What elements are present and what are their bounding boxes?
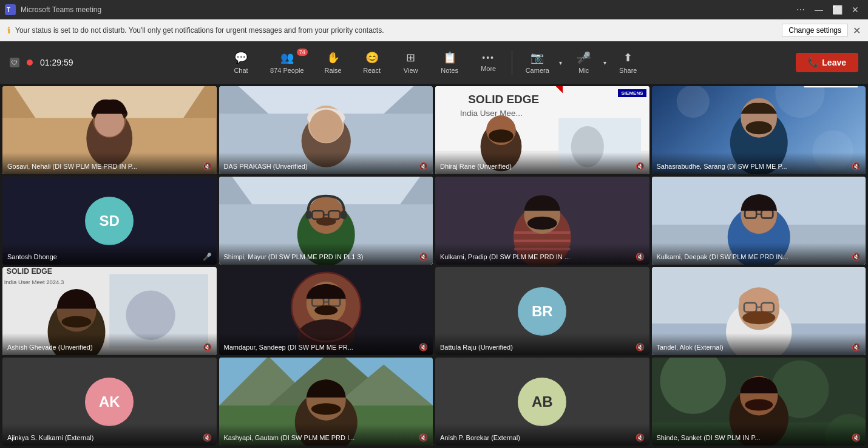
video-tile-p4[interactable]: SIEMENS Sahasrabudhe, Sarang (DI SW PLM …	[652, 86, 866, 174]
p2-label: DAS PRAKASH (Unverified) 🔇	[219, 152, 433, 174]
p7-mic-icon: 🔇	[636, 253, 645, 261]
svg-point-53	[316, 217, 336, 226]
phone-icon: 📞	[808, 58, 818, 67]
video-tile-p12[interactable]: Tandel, Alok (External) 🔇	[652, 267, 866, 355]
video-tile-p7[interactable]: Kulkarni, Pradip (DI SW PLM ME PRD IN ..…	[435, 177, 649, 265]
video-tile-p15[interactable]: AB Anish P. Borekar (External) 🔇	[435, 358, 649, 446]
video-tile-p8[interactable]: Kulkarni, Deepak (DI SW PLM ME PRD IN...…	[652, 177, 866, 265]
p1-name: Gosavi, Nehali (DI SW PLM ME PRD IN P...	[7, 163, 137, 170]
svg-point-111	[311, 403, 341, 415]
p9-mic-icon: 🔇	[203, 343, 212, 351]
notes-button[interactable]: 📋 Notes	[432, 47, 468, 78]
p6-label: Shimpi, Mayur (DI SW PLM ME PRD IN PL1 3…	[219, 243, 433, 265]
br-avatar: BR	[518, 287, 566, 336]
p3-name: Dhiraj Rane (Unverified)	[440, 163, 512, 170]
p4-mic-icon: 🔇	[852, 162, 861, 171]
svg-point-90	[314, 305, 337, 315]
p10-mic-icon: 🔇	[419, 343, 428, 351]
svg-point-99	[739, 289, 778, 312]
svg-point-40	[745, 121, 771, 135]
meeting-toolbar: 🛡 01:29:59 💬 Chat 👥 74 874 People ✋ Rais…	[0, 41, 868, 84]
p5-mic-icon: 🎤	[203, 253, 212, 261]
view-icon: ⊞	[406, 51, 415, 64]
p7-label: Kulkarni, Pradip (DI SW PLM ME PRD IN ..…	[435, 243, 649, 265]
p15-name: Anish P. Borekar (External)	[440, 434, 520, 441]
svg-text:T: T	[7, 7, 10, 13]
p3-label: Dhiraj Rane (Unverified) 🔇	[435, 152, 649, 174]
restore-button[interactable]: ⬜	[829, 4, 845, 16]
p12-name: Tandel, Alok (External)	[657, 344, 724, 351]
raise-icon: ✋	[327, 51, 340, 64]
camera-dropdown-arrow[interactable]: ▾	[558, 56, 563, 70]
leave-button[interactable]: 📞 Leave	[796, 53, 858, 72]
svg-rect-52	[341, 211, 346, 219]
p14-label: Kashyapi, Gautam (DI SW PLM ME PRD I... …	[219, 424, 433, 446]
p11-label: Battula Raju (Unverified) 🔇	[435, 333, 649, 355]
p4-label: Sahasrabudhe, Sarang (DI SW PLM ME P... …	[652, 152, 866, 174]
p13-mic-icon: 🔇	[203, 433, 212, 442]
video-tile-p11[interactable]: BR Battula Raju (Unverified) 🔇	[435, 267, 649, 355]
camera-icon: 📷	[531, 51, 544, 64]
minimize-button[interactable]: —	[811, 4, 827, 16]
ab-avatar-text: AB	[532, 393, 553, 410]
p13-name: Ajinkya S. Kulkarni (External)	[7, 434, 93, 441]
share-button[interactable]: ⬆ Share	[610, 47, 646, 78]
mic-button[interactable]: 🎤 Mic	[566, 47, 602, 78]
p10-name: Mamdapur, Sandeep (DI SW PLM ME PR...	[224, 344, 353, 351]
video-tile-p3[interactable]: SOLID EDGE India User Mee... SIEMENS Dhi…	[435, 86, 649, 174]
react-button[interactable]: 😊 React	[354, 47, 390, 78]
video-tile-p9[interactable]: SOLID EDGE India User Meet 2024.3 Ashish…	[2, 267, 217, 355]
menu-button[interactable]: ⋯	[793, 4, 809, 16]
toolbar-divider	[512, 50, 512, 75]
p8-label: Kulkarni, Deepak (DI SW PLM ME PRD IN...…	[652, 243, 866, 265]
warning-icon: ℹ	[7, 25, 10, 35]
change-settings-button[interactable]: Change settings	[782, 24, 848, 37]
leave-label: Leave	[822, 58, 846, 67]
teams-logo-icon: T	[5, 4, 16, 15]
video-tile-p2[interactable]: DAS PRAKASH (Unverified) 🔇	[219, 86, 433, 174]
chat-button[interactable]: 💬 Chat	[223, 47, 259, 78]
view-button[interactable]: ⊞ View	[393, 47, 429, 78]
video-tile-p10[interactable]: Mamdapur, Sandeep (DI SW PLM ME PR... 🔇	[219, 267, 433, 355]
camera-button[interactable]: 📷 Camera	[517, 47, 558, 78]
svg-text:India User Meet 2024.3: India User Meet 2024.3	[4, 279, 64, 285]
video-tile-p6[interactable]: Shimpi, Mayur (DI SW PLM ME PRD IN PL1 3…	[219, 177, 433, 265]
p14-mic-icon: 🔇	[419, 433, 428, 442]
p2-name: DAS PRAKASH (Unverified)	[224, 163, 308, 170]
video-tile-p5[interactable]: SD Santosh Dhonge 🎤	[2, 177, 217, 265]
close-button[interactable]: ✕	[847, 4, 863, 16]
p3-mic-icon: 🔇	[636, 162, 645, 171]
p15-mic-icon: 🔇	[636, 433, 645, 442]
notification-bar: ℹ Your status is set to do not disturb. …	[0, 19, 868, 41]
mic-dropdown-arrow[interactable]: ▾	[602, 56, 608, 70]
p9-label: Ashish Ghevade (Unverified) 🔇	[2, 333, 217, 355]
p10-label: Mamdapur, Sandeep (DI SW PLM ME PR... 🔇	[219, 333, 433, 355]
camera-label: Camera	[526, 67, 549, 74]
p16-label: Shinde, Sanket (DI SW PLM IN P... 🔇	[652, 424, 866, 446]
mic-group: 🎤 Mic ▾	[566, 47, 608, 78]
p8-name: Kulkarni, Deepak (DI SW PLM ME PRD IN...	[657, 253, 788, 260]
p16-name: Shinde, Sanket (DI SW PLM IN P...	[657, 434, 761, 441]
svg-text:SOLID EDGE: SOLID EDGE	[7, 267, 52, 276]
svg-rect-51	[305, 211, 311, 219]
chat-label: Chat	[234, 67, 248, 74]
p11-name: Battula Raju (Unverified)	[440, 344, 513, 351]
video-tile-p1[interactable]: Gosavi, Nehali (DI SW PLM ME PRD IN P...…	[2, 86, 217, 174]
toolbar-center-section: 💬 Chat 👥 74 874 People ✋ Raise 😊 React ⊞…	[223, 47, 646, 78]
more-button[interactable]: ••• More	[470, 49, 507, 76]
video-tile-p16[interactable]: Shinde, Sanket (DI SW PLM IN P... 🔇	[652, 358, 866, 446]
p7-name: Kulkarni, Pradip (DI SW PLM ME PRD IN ..…	[440, 253, 570, 260]
p2-mic-icon: 🔇	[419, 162, 428, 171]
recording-indicator	[27, 59, 33, 66]
app-title: Microsoft Teams meeting	[21, 5, 101, 14]
people-count-badge: 74	[297, 49, 308, 56]
p9-name: Ashish Ghevade (Unverified)	[7, 344, 93, 351]
raise-hand-button[interactable]: ✋ Raise	[315, 47, 351, 78]
notification-close-button[interactable]: ✕	[853, 25, 861, 36]
p6-mic-icon: 🔇	[419, 253, 428, 261]
p15-label: Anish P. Borekar (External) 🔇	[435, 424, 649, 446]
video-tile-p14[interactable]: Kashyapi, Gautam (DI SW PLM ME PRD I... …	[219, 358, 433, 446]
video-tile-p13[interactable]: AK Ajinkya S. Kulkarni (External) 🔇	[2, 358, 217, 446]
svg-point-60	[527, 217, 557, 230]
people-button[interactable]: 👥 74 874 People	[262, 47, 313, 78]
